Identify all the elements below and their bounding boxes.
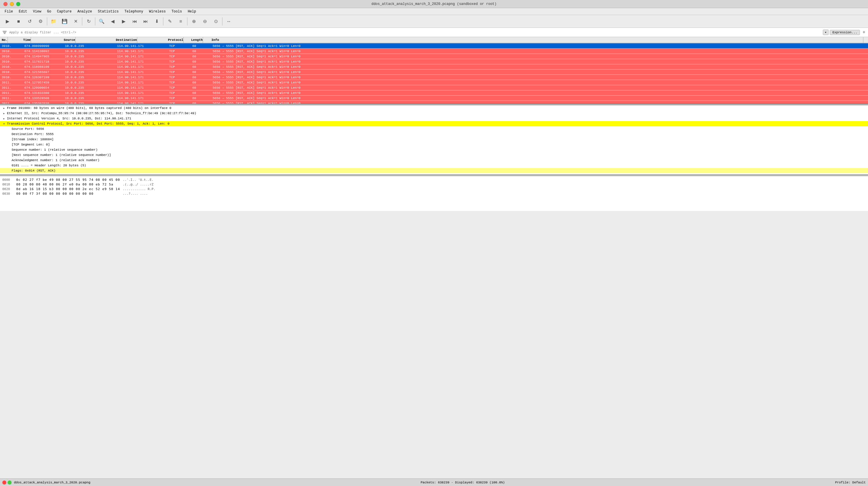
col-header-no[interactable]: No. [0,37,23,43]
detail-row[interactable]: ▶Ethernet II, Src: PcsCompu_55:95:74 (08… [0,111,868,116]
col-header-destination[interactable]: Destination [116,37,168,43]
packet-cell-dst: 114.90.141.171 [116,96,168,100]
detail-row[interactable]: Flags: 0x014 (RST, ACK) [0,168,868,173]
first-packet-button[interactable]: ⏮ [129,16,140,27]
open-file-button[interactable]: 📁 [49,16,59,27]
detail-row[interactable]: [Stream index: 188684] [0,137,868,142]
stop-capture-button[interactable]: ■ [13,16,24,27]
detail-row[interactable]: ▶Internet Protocol Version 4, Src: 10.0.… [0,116,868,121]
packet-cell-proto: TCP [168,86,191,90]
add-filter-button[interactable]: + [861,30,867,35]
col-header-protocol[interactable]: Protocol [168,37,191,43]
status-profile: Profile: Default [835,481,866,484]
packet-row[interactable]: 3910.674.11898810910.0.0.235114.90.141.1… [0,64,868,69]
start-capture-status[interactable] [7,481,11,485]
packet-row[interactable]: 3911.674.13539703810.0.0.235114.90.141.1… [0,101,868,104]
packet-row[interactable]: 3910.674.11782171810.0.0.235114.90.141.1… [0,59,868,64]
menu-item-capture[interactable]: Capture [55,9,74,14]
detail-label: Sequence number: 1 (relative sequence nu… [11,148,98,151]
minimize-button[interactable] [10,2,14,6]
resize-columns-button[interactable]: ↔ [224,16,234,27]
menu-item-file[interactable]: File [2,9,16,14]
detail-row[interactable]: 0101 .... = Header Length: 20 bytes (5) [0,163,868,168]
detail-row[interactable]: [TCP Segment Len: 0] [0,142,868,147]
packet-cell-proto: TCP [168,96,191,100]
col-header-length[interactable]: Length [191,37,211,43]
maximize-button[interactable] [16,2,20,6]
hex-bytes: 00 28 00 00 40 00 06 2f e0 0a 00 00 eb 7… [16,182,121,187]
packet-row[interactable]: 3911.674.13352850810.0.0.235114.90.141.1… [0,96,868,101]
capture-options-button[interactable]: ⚙ [35,16,46,27]
menu-item-tools[interactable]: Tools [169,9,184,14]
autoscroll-button[interactable]: ≡ [176,16,186,27]
detail-row[interactable]: Sequence number: 1 (relative sequence nu… [0,147,868,152]
detail-row[interactable]: ▼Transmission Control Protocol, Src Port… [0,121,868,126]
packet-cell-time: 674.117821718 [23,60,64,63]
packet-cell-no: 3911. [0,86,23,90]
col-header-time[interactable]: Time [23,37,64,43]
filter-input[interactable] [9,31,822,34]
start-live-capture-button[interactable]: ▶ [2,16,13,27]
detail-row[interactable]: Acknowledgment number: 1 (relative ack n… [0,158,868,163]
packet-cell-info: 5656 → 5555 [RST, ACK] Seq=1 Ack=1 Win=0… [211,86,868,90]
packet-cell-proto: TCP [168,55,191,58]
close-file-button[interactable]: ✕ [70,16,81,27]
detail-row[interactable]: ▶Frame 391089: 60 bytes on wire (480 bit… [0,106,868,111]
toolbar-separator [222,18,222,26]
packet-cell-proto: TCP [168,65,191,69]
packet-row[interactable]: 3911.674.12795745910.0.0.235114.90.141.1… [0,80,868,85]
packet-row[interactable]: 3910.674.12630719910.0.0.235114.90.141.1… [0,75,868,80]
detail-row[interactable]: Destination Port: 5555 [0,132,868,137]
last-packet-button[interactable]: ⏭ [141,16,151,27]
hex-dump: 00000c 02 27 f7 be 49 08 00 27 55 95 74 … [0,176,868,211]
go-bottom-button[interactable]: ⬇ [152,16,162,27]
menu-item-wireless[interactable]: Wireless [147,9,168,14]
zoom-out-button[interactable]: ⊖ [199,16,210,27]
detail-label: Internet Protocol Version 4, Src: 10.0.0… [7,117,131,120]
zoom-in-button[interactable]: ⊕ [189,16,199,27]
packet-row[interactable]: 3910.674.11494796510.0.0.235114.90.141.1… [0,54,868,59]
packet-list: 3910.674.09809009010.0.0.235114.90.141.1… [0,44,868,104]
filter-dropdown[interactable]: ▾ [823,30,829,35]
reload-button[interactable]: ↻ [84,16,94,27]
next-packet-button[interactable]: ▶ [119,16,129,27]
packet-cell-time: 674.126307199 [23,76,64,79]
packet-cell-dst: 114.90.141.171 [116,44,168,48]
find-packet-button[interactable]: 🔍 [96,16,107,27]
colorize-button[interactable]: ✎ [164,16,175,27]
packet-row[interactable]: 3911.674.12990065410.0.0.235114.90.141.1… [0,85,868,90]
hex-ascii: ............ R.P. [123,187,156,191]
col-header-source[interactable]: Source [64,37,116,43]
packet-cell-src: 10.0.0.235 [64,102,116,105]
toolbar-separator [163,18,163,26]
menu-item-statistics[interactable]: Statistics [96,9,121,14]
packet-row[interactable]: 3910.674.11413809210.0.0.235114.90.141.1… [0,49,868,54]
menubar: FileEditViewGoCaptureAnalyzeStatisticsTe… [0,8,868,15]
packet-cell-src: 10.0.0.235 [64,60,116,63]
menu-item-analyze[interactable]: Analyze [75,9,94,14]
detail-row[interactable]: Source Port: 5656 [0,126,868,132]
packet-cell-time: 674.127957459 [23,81,64,84]
toolbar: ▶■↺⚙📁💾✕↻🔍◀▶⏮⏭⬇✎≡⊕⊖⊙↔ [0,15,868,28]
save-file-button[interactable]: 💾 [59,16,70,27]
expression-button[interactable]: Expression... [830,30,860,35]
packet-cell-no: 3910. [0,70,23,74]
stop-capture-status[interactable] [2,481,6,485]
col-header-info[interactable]: Info [211,37,863,43]
packet-row[interactable]: 3911.674.13183338010.0.0.235114.90.141.1… [0,90,868,96]
packet-cell-len: 60 [191,65,211,69]
packet-cell-info: 5656 → 5555 [RST, ACK] Seq=1 Ack=1 Win=0… [211,60,868,63]
detail-row[interactable]: [Next sequence number: 1 (relative seque… [0,152,868,158]
detail-label: Acknowledgment number: 1 (relative ack n… [11,159,100,162]
prev-packet-button[interactable]: ◀ [107,16,118,27]
menu-item-help[interactable]: Help [185,9,198,14]
menu-item-edit[interactable]: Edit [17,9,30,14]
packet-row[interactable]: 3910.674.12156569710.0.0.235114.90.141.1… [0,69,868,75]
menu-item-go[interactable]: Go [44,9,53,14]
menu-item-telephony[interactable]: Telephony [122,9,146,14]
restart-capture-button[interactable]: ↺ [24,16,35,27]
zoom-normal-button[interactable]: ⊙ [211,16,221,27]
close-button[interactable] [3,2,7,6]
packet-row[interactable]: 3910.674.09809009010.0.0.235114.90.141.1… [0,44,868,49]
menu-item-view[interactable]: View [31,9,44,14]
